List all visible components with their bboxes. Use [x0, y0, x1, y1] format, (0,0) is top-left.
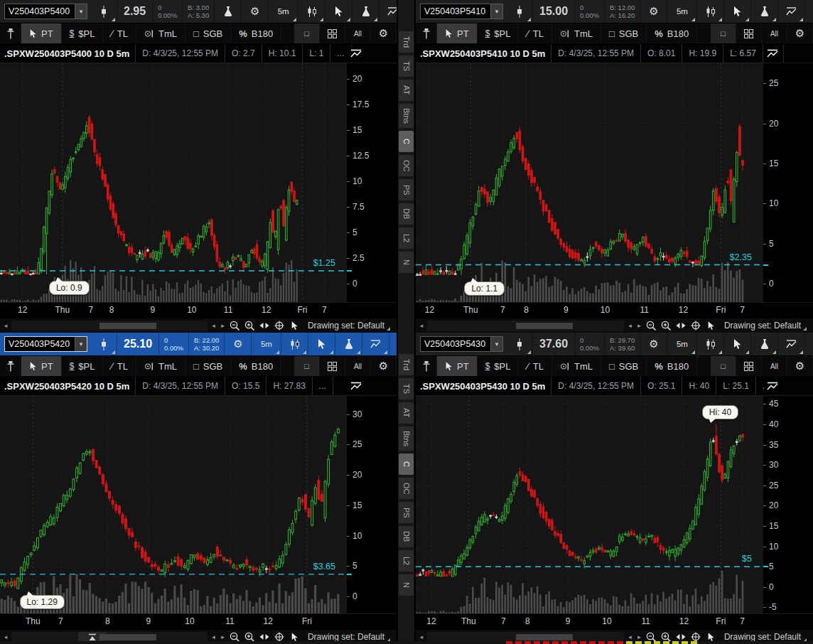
all-button[interactable]: All: [345, 23, 371, 43]
pattern-chart-button[interactable]: [778, 0, 805, 23]
pan-right-button[interactable]: ▸: [218, 322, 227, 329]
x-axis[interactable]: 12Thu789101112Fri7: [0, 302, 397, 318]
pan-right-button[interactable]: ▸: [218, 633, 227, 640]
studies-flask-button[interactable]: [751, 333, 778, 355]
chart-style-button[interactable]: [506, 333, 533, 355]
zoom-out-button[interactable]: [644, 321, 659, 331]
side-tab-ts[interactable]: TS: [399, 55, 414, 77]
cursor-tool-button[interactable]: [724, 0, 751, 23]
side-tab-trd[interactable]: Trd: [399, 354, 414, 375]
tool-tml-button[interactable]: TmL: [552, 23, 601, 43]
tool-spl-button[interactable]: $ $PL: [478, 356, 519, 376]
tool-tl-button[interactable]: ∕ TL: [519, 23, 552, 43]
settings-gear-button[interactable]: ⚙: [640, 333, 667, 355]
studies-flask-button[interactable]: [751, 0, 778, 23]
tool-pt-button[interactable]: PT: [21, 356, 62, 376]
pin-button[interactable]: [0, 23, 21, 43]
settings-gear-button[interactable]: ⚙: [225, 333, 252, 355]
x-axis[interactable]: Thu789101112Fri: [0, 613, 397, 629]
symbol-dropdown-button[interactable]: ▾: [490, 4, 502, 18]
side-tab-btns[interactable]: Btns: [399, 426, 414, 451]
symbol-input[interactable]: V250403P5410 ▾: [420, 4, 503, 19]
tool-spl-button[interactable]: $ $PL: [62, 23, 104, 43]
pan-left-button[interactable]: ◂: [209, 633, 218, 640]
drawing-set-selector[interactable]: Drawing set: Default: [724, 321, 807, 331]
pin-button[interactable]: [416, 356, 437, 376]
studies-flask-button[interactable]: [335, 333, 362, 355]
crosshair-button[interactable]: [689, 632, 704, 642]
h-expand-button[interactable]: [257, 322, 272, 329]
tool-sgb-button[interactable]: □ SGB: [185, 23, 231, 43]
chart-corner-button[interactable]: [348, 45, 365, 62]
tool-b180-button[interactable]: % B180: [647, 356, 697, 376]
side-tab-n[interactable]: N: [399, 252, 414, 273]
zoom-in-button[interactable]: [242, 321, 257, 331]
crosshair-button[interactable]: [272, 632, 287, 642]
cursor-tool-button[interactable]: [325, 0, 352, 23]
side-tab-c[interactable]: C: [399, 131, 414, 152]
h-expand-button[interactable]: [257, 633, 272, 640]
side-tab-c[interactable]: C: [399, 454, 414, 475]
scroll-left-arrow[interactable]: ◂: [416, 633, 427, 640]
pan-left-button[interactable]: ◂: [625, 633, 635, 640]
symbol-dropdown-button[interactable]: ▾: [75, 337, 87, 351]
h-expand-button[interactable]: [674, 322, 689, 329]
tool-tml-button[interactable]: TmL: [136, 23, 185, 43]
tool-tl-button[interactable]: ∕ TL: [103, 23, 136, 43]
chart-style-button[interactable]: [90, 0, 117, 23]
chart-corner-button[interactable]: [348, 378, 365, 395]
tool-spl-button[interactable]: $ $PL: [62, 356, 104, 376]
side-tab-db[interactable]: DB: [399, 203, 414, 225]
chart-plot[interactable]: $5 Hi: 40: [416, 396, 763, 613]
side-tab-ps[interactable]: PS: [399, 502, 414, 523]
symbol-dropdown-button[interactable]: ▾: [75, 4, 87, 18]
single-cell-button[interactable]: □: [711, 356, 736, 376]
zoom-out-button[interactable]: [227, 321, 242, 331]
tools-gear-button[interactable]: ⚙: [371, 356, 397, 376]
symbol-dropdown-button[interactable]: ▾: [490, 337, 502, 351]
scroll-left-arrow[interactable]: ◂: [0, 633, 11, 640]
pan-right-button[interactable]: ▸: [635, 633, 644, 640]
y-axis[interactable]: 454035302520151050-5: [763, 396, 813, 613]
side-tab-trd[interactable]: Trd: [399, 31, 414, 53]
chart-plot[interactable]: $2.35 Lo: 1.1: [416, 63, 763, 302]
candle-type-button[interactable]: [298, 0, 325, 23]
zoom-in-button[interactable]: [659, 321, 674, 331]
side-tab-l2[interactable]: L2: [399, 227, 414, 249]
tools-gear-button[interactable]: ⚙: [787, 356, 813, 376]
pan-left-button[interactable]: ◂: [209, 322, 218, 329]
cursor-tool-button[interactable]: [724, 333, 751, 355]
chart-corner-button[interactable]: [764, 45, 781, 62]
single-cell-button[interactable]: □: [711, 23, 736, 43]
scrollbar-thumb[interactable]: [516, 634, 573, 640]
interval-button[interactable]: 5m: [667, 0, 697, 23]
all-button[interactable]: All: [762, 23, 787, 43]
chart-corner-button[interactable]: [764, 378, 781, 395]
scrollbar-thumb[interactable]: [516, 323, 573, 329]
tool-spl-button[interactable]: $ $PL: [478, 23, 519, 43]
scroll-left-arrow[interactable]: ◂: [0, 322, 11, 329]
tool-b180-button[interactable]: % B180: [231, 356, 281, 376]
pan-right-button[interactable]: ▸: [635, 322, 644, 329]
symbol-input[interactable]: V250403P5400 ▾: [4, 4, 87, 19]
symbol-input[interactable]: V250403P5430 ▾: [420, 336, 503, 352]
chart-plot[interactable]: $3.65 Lo: 1.29: [0, 396, 347, 613]
y-axis[interactable]: 302520151050: [347, 396, 397, 613]
drawing-set-selector[interactable]: Drawing set: Default: [308, 632, 390, 642]
y-axis[interactable]: 2017.51512.5107.552.50: [347, 63, 397, 302]
side-tab-ps[interactable]: PS: [399, 179, 414, 200]
grid-layout-button[interactable]: [736, 356, 762, 376]
grid-layout-button[interactable]: [736, 23, 762, 43]
tools-gear-button[interactable]: ⚙: [787, 23, 813, 43]
scrollbar-thumb[interactable]: [99, 323, 156, 329]
side-tab-n[interactable]: N: [399, 574, 414, 596]
tool-tl-button[interactable]: ∕ TL: [519, 356, 552, 376]
chart-plot[interactable]: $1.25 Lo: 0.9: [0, 63, 347, 302]
chart-style-button[interactable]: [90, 333, 117, 355]
h-expand-button[interactable]: [674, 633, 689, 640]
candle-type-button[interactable]: [697, 333, 724, 355]
x-axis[interactable]: 12Thu789101112Fri7: [416, 302, 813, 318]
tool-pt-button[interactable]: PT: [21, 23, 62, 43]
chart-style-button[interactable]: [506, 0, 533, 23]
settings-gear-button[interactable]: ⚙: [640, 0, 667, 23]
